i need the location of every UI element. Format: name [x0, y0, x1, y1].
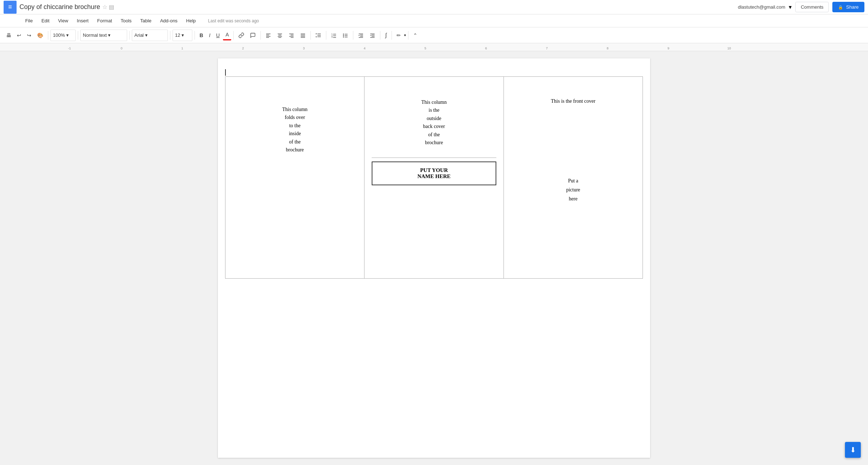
ruler-mark: 6 [485, 46, 487, 50]
menu-table[interactable]: Table [137, 17, 155, 25]
text-cursor [225, 69, 226, 76]
picture-text: Put a picture here [566, 178, 580, 201]
toolbar-separator-8 [310, 31, 311, 40]
toolbar-separator-11 [380, 31, 380, 40]
undo-button[interactable]: ↩ [14, 31, 24, 40]
link-button[interactable] [236, 31, 247, 40]
svg-marker-19 [316, 33, 317, 34]
ruler-mark: -1 [68, 46, 71, 50]
column-2-divider [372, 158, 496, 158]
font-select[interactable]: Arial [132, 30, 168, 41]
document-area[interactable]: This column folds over to the inside of … [0, 51, 868, 465]
svg-rect-14 [301, 36, 305, 36]
user-email[interactable]: dlastutech@gmail.com [738, 4, 786, 10]
svg-point-31 [343, 36, 344, 37]
last-edit-status: Last edit was seconds ago [208, 18, 259, 23]
style-chevron-icon [108, 32, 111, 38]
toolbar-separator-5 [194, 31, 195, 40]
underline-button[interactable]: U [214, 31, 222, 40]
svg-rect-12 [301, 34, 305, 34]
redo-button[interactable]: ↪ [24, 31, 34, 40]
ruler-mark: 4 [364, 46, 366, 50]
collapse-toolbar-button[interactable]: ⌃ [411, 31, 420, 40]
svg-rect-26 [333, 37, 336, 37]
app-menu-button[interactable]: ≡ [4, 1, 17, 14]
svg-rect-28 [345, 34, 348, 34]
column-2-cell[interactable]: This column is the outside back cover of… [364, 77, 504, 279]
align-right-button[interactable] [286, 31, 297, 40]
name-box[interactable]: PUT YOUR NAME HERE [372, 161, 496, 185]
toolbar-separator-13 [408, 31, 408, 40]
comment-button[interactable] [247, 31, 258, 40]
menu-file[interactable]: File [22, 17, 36, 25]
folder-icon[interactable]: ▤ [109, 4, 114, 10]
document-title: Copy of chiccarine brochure [19, 3, 100, 11]
ordered-list-button[interactable]: 1.2.3. [328, 31, 339, 40]
ruler-mark: 1 [182, 46, 183, 50]
svg-rect-7 [278, 37, 281, 37]
menu-edit[interactable]: Edit [38, 17, 53, 25]
line-spacing-button[interactable] [313, 31, 324, 40]
share-button[interactable]: Share [832, 2, 864, 12]
menu-tools[interactable]: Tools [117, 17, 135, 25]
email-chevron-icon[interactable]: ▾ [789, 4, 792, 10]
svg-rect-4 [278, 34, 282, 34]
star-icon[interactable]: ☆ [102, 4, 107, 10]
print-button[interactable]: 🖶 [4, 31, 14, 40]
italic-button[interactable]: I [206, 31, 213, 40]
ruler-mark: 7 [546, 46, 548, 50]
assistant-button[interactable]: ⬇ [845, 442, 861, 458]
share-label: Share [846, 4, 859, 10]
toolbar-separator-1 [48, 31, 48, 40]
indent-decrease-button[interactable] [355, 31, 366, 40]
style-select[interactable]: Normal text [80, 30, 127, 41]
zoom-chevron-icon [66, 32, 69, 38]
font-chevron-icon [145, 32, 148, 38]
svg-rect-39 [372, 35, 375, 35]
zoom-select[interactable]: 100% [50, 30, 76, 41]
svg-rect-32 [345, 37, 348, 37]
align-justify-button[interactable] [297, 31, 308, 40]
svg-marker-42 [370, 35, 371, 36]
ruler-mark: 10 [727, 46, 731, 50]
toolbar-separator-7 [260, 31, 261, 40]
toolbar-separator-2 [78, 31, 78, 40]
ruler-mark: 2 [242, 46, 244, 50]
svg-rect-38 [370, 34, 375, 34]
svg-rect-2 [266, 36, 270, 36]
menu-help[interactable]: Help [183, 17, 200, 25]
paint-format-button[interactable]: 🎨 [35, 31, 46, 40]
text-color-button[interactable]: A [223, 30, 231, 40]
zoom-value: 100% [53, 32, 65, 38]
bold-button[interactable]: B [197, 31, 206, 40]
svg-rect-1 [266, 35, 269, 35]
formula-button[interactable]: ∫ [382, 30, 389, 40]
svg-rect-0 [266, 34, 270, 34]
comments-button[interactable]: Comments [795, 2, 829, 12]
align-left-button[interactable] [263, 31, 274, 40]
column-3-cell[interactable]: This is the front cover Put a picture he… [504, 77, 643, 279]
svg-rect-6 [278, 36, 282, 36]
hamburger-icon: ≡ [8, 3, 12, 11]
svg-point-27 [343, 34, 344, 35]
svg-rect-22 [333, 34, 336, 34]
ruler-mark: 5 [424, 46, 426, 50]
unordered-list-button[interactable] [340, 31, 351, 40]
svg-rect-34 [360, 35, 363, 35]
svg-rect-16 [318, 34, 321, 34]
indent-increase-button[interactable] [367, 31, 378, 40]
menu-view[interactable]: View [54, 17, 72, 25]
document-page[interactable]: This column folds over to the inside of … [218, 58, 650, 458]
menu-insert[interactable]: Insert [73, 17, 92, 25]
ruler-mark: 8 [607, 46, 608, 50]
column-1-cell[interactable]: This column folds over to the inside of … [225, 77, 364, 279]
align-center-button[interactable] [274, 31, 285, 40]
toolbar-separator-3 [129, 31, 130, 40]
menu-format[interactable]: Format [94, 17, 116, 25]
font-size-select[interactable]: 12 [173, 30, 192, 41]
column-1-content: This column folds over to the inside of … [233, 84, 357, 154]
pen-button[interactable]: ✏ [394, 31, 403, 40]
picture-placeholder: Put a picture here [511, 104, 635, 204]
menu-addons[interactable]: Add-ons [156, 17, 181, 25]
pen-chevron-icon[interactable] [404, 33, 406, 37]
